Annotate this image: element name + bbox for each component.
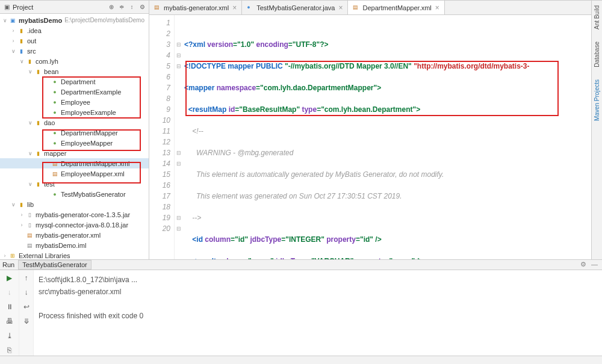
project-tree[interactable]: ∨▣mybatisDemoE:\projectDemo\mybatisDemo … xyxy=(0,14,149,259)
run-button[interactable]: ▶ xyxy=(4,273,15,283)
tree-test[interactable]: test xyxy=(44,180,55,188)
project-icon: ▣ xyxy=(2,3,11,11)
editor-tabs: ▤mybatis-generator.xml× ●TestMybatisGene… xyxy=(149,1,591,15)
tree-item[interactable]: mysql-connector-java-8.0.18.jar xyxy=(36,221,128,229)
settings-icon[interactable]: ⚙ xyxy=(580,261,589,269)
run-header: Run TestMybatisGenerator ⚙ — xyxy=(0,260,602,270)
tab-generator-xml[interactable]: ▤mybatis-generator.xml× xyxy=(149,1,242,14)
project-panel: ▣ Project ⊕ ≑ ↕ ⚙ ∨▣mybatisDemoE:\projec… xyxy=(0,1,149,259)
line-gutter: 1234567891011121314151617181920 xyxy=(149,15,175,259)
run-output[interactable]: E:\soft\jdk1.8.0_172\bin\java ... src\my… xyxy=(34,270,602,364)
fold-column[interactable]: ⊟⊟⊟ ⊟⊟ ⊟⊟ xyxy=(175,15,183,259)
stop-button[interactable]: ↓ xyxy=(4,287,15,298)
tree-out[interactable]: out xyxy=(27,37,36,45)
project-title: Project xyxy=(13,4,105,11)
tree-item[interactable]: DepartmentMapper xyxy=(61,129,118,137)
output-line: E:\soft\jdk1.8.0_172\bin\java ... xyxy=(39,274,597,286)
sort-icon[interactable]: ≑ xyxy=(117,3,126,11)
tree-item[interactable]: DepartmentExample xyxy=(61,88,121,96)
close-icon[interactable]: × xyxy=(338,4,343,12)
tree-item[interactable]: Employee xyxy=(61,99,90,106)
dump-button[interactable]: 🖶 xyxy=(4,316,15,327)
run-panel: Run TestMybatisGenerator ⚙ — ▶ ↓ ⏸ 🖶 ⤓ ⎘… xyxy=(0,259,602,356)
database-tab[interactable]: Database xyxy=(594,39,600,70)
tree-idea[interactable]: .idea xyxy=(27,27,42,34)
minimize-icon[interactable]: — xyxy=(591,261,600,269)
maven-projects-tab[interactable]: Maven Projects xyxy=(594,77,600,123)
run-toolbar: ▶ ↓ ⏸ 🖶 ⤓ ⎘ 🗑 xyxy=(0,270,19,364)
output-line: src\mybatis-generator.xml xyxy=(39,286,597,298)
tree-item[interactable]: TestMybatisGenerator xyxy=(61,191,126,198)
tab-test-java[interactable]: ●TestMybatisGenerator.java× xyxy=(242,1,348,14)
tree-item[interactable]: mybatis-generator-core-1.3.5.jar xyxy=(36,211,130,218)
run-title: Run xyxy=(2,261,14,268)
pause-button[interactable]: ⏸ xyxy=(4,301,15,312)
project-header: ▣ Project ⊕ ≑ ↕ ⚙ xyxy=(0,1,149,14)
tree-item[interactable]: EmployeeExample xyxy=(61,109,116,116)
code-editor[interactable]: 1234567891011121314151617181920 ⊟⊟⊟ ⊟⊟ ⊟… xyxy=(149,15,591,259)
close-icon[interactable]: × xyxy=(232,4,237,12)
close-icon[interactable]: × xyxy=(435,4,439,12)
tree-item[interactable]: DepartmentMapper.xml xyxy=(61,160,129,167)
run-config-label[interactable]: TestMybatisGenerator xyxy=(18,260,92,270)
tree-item[interactable]: mybatisDemo.iml xyxy=(36,242,86,249)
editor-area: ▤mybatis-generator.xml× ●TestMybatisGene… xyxy=(149,1,591,259)
tree-bean[interactable]: bean xyxy=(44,68,58,75)
export-button[interactable]: ⎘ xyxy=(4,345,15,356)
tree-item[interactable]: EmployeeMapper.xml xyxy=(61,170,125,177)
right-tool-tabs: Ant Build Database Maven Projects xyxy=(591,1,602,259)
tree-item[interactable]: mybatis-generator.xml xyxy=(36,232,101,239)
run-toolbar-2: ↑ ↓ ↩ ⤋ xyxy=(19,270,34,364)
ant-build-tab[interactable]: Ant Build xyxy=(594,3,600,32)
tree-item[interactable]: Department xyxy=(61,78,95,85)
tree-root[interactable]: mybatisDemo xyxy=(19,17,62,24)
target-icon[interactable]: ⊕ xyxy=(107,3,116,11)
tree-extlib[interactable]: External Libraries xyxy=(19,252,70,259)
tree-mapper[interactable]: mapper xyxy=(44,150,66,157)
tree-pkg[interactable]: com.lyh xyxy=(36,58,58,65)
tree-item[interactable]: EmployeeMapper xyxy=(61,140,113,147)
collapse-icon[interactable]: ↕ xyxy=(128,3,136,11)
down-icon[interactable]: ↓ xyxy=(21,287,32,298)
tab-department-mapper[interactable]: ▤DepartmentMapper.xml× xyxy=(348,1,444,14)
code-body[interactable]: <?xml version="1.0" encoding="UTF-8"?> <… xyxy=(183,15,591,259)
output-line: Process finished with exit code 0 xyxy=(39,310,597,322)
down-button[interactable]: ⤓ xyxy=(4,330,15,341)
tree-lib[interactable]: lib xyxy=(27,201,34,208)
tree-dao[interactable]: dao xyxy=(44,119,55,126)
settings-icon[interactable]: ⚙ xyxy=(138,3,146,11)
wrap-icon[interactable]: ↩ xyxy=(21,301,32,312)
scroll-icon[interactable]: ⤋ xyxy=(21,316,32,327)
up-icon[interactable]: ↑ xyxy=(21,273,32,283)
status-bar xyxy=(0,356,602,364)
tree-src[interactable]: src xyxy=(27,48,36,55)
